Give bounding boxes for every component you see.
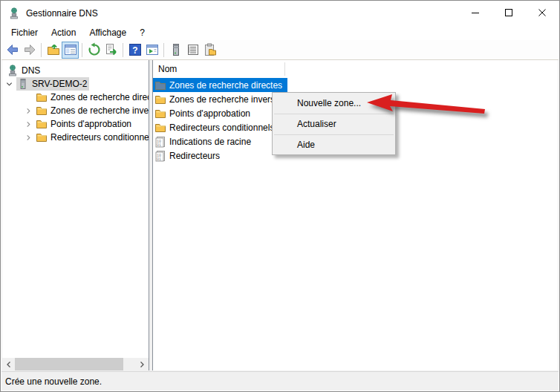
menu-fichier[interactable]: Fichier	[4, 26, 45, 39]
server-tool-button[interactable]	[167, 42, 184, 59]
console-tree-pane: DNS SRV-DEMO-2	[2, 60, 149, 370]
folder-selected-icon	[154, 79, 166, 91]
window-title: Gestionnaire DNS	[26, 8, 98, 19]
folder-icon	[154, 94, 166, 105]
context-menu-item-nouvelle-zone[interactable]: Nouvelle zone...	[273, 93, 395, 114]
tree-item-dns-root[interactable]: DNS	[2, 64, 149, 77]
folder-icon	[154, 108, 166, 120]
refresh-icon	[87, 42, 102, 57]
menu-affichage[interactable]: Affichage	[82, 26, 133, 39]
list-item-label: Indications de racine	[169, 137, 251, 147]
folder-icon	[36, 105, 48, 117]
status-bar: Crée une nouvelle zone.	[1, 371, 559, 391]
tree-item-conditional-forwarders[interactable]: Redirecteurs conditionnels	[2, 131, 149, 144]
up-level-button[interactable]	[45, 42, 62, 59]
list-item-label: Points d'approbation	[169, 108, 250, 119]
tree-item-forward-zones[interactable]: Zones de recherche directes	[2, 91, 149, 104]
column-divider[interactable]	[284, 62, 285, 76]
dns-manager-window: Gestionnaire DNS Fichier Action Affichag…	[0, 0, 560, 392]
help-button[interactable]: ?	[126, 42, 143, 59]
tree-selection-highlight: SRV-DEMO-2	[16, 77, 89, 91]
scroll-right-arrow[interactable]	[135, 358, 148, 370]
forward-icon	[22, 42, 37, 57]
list-item-label: Zones de recherche directes	[169, 80, 282, 91]
close-button[interactable]	[525, 1, 559, 24]
chevron-right-icon[interactable]	[25, 120, 33, 128]
title-bar: Gestionnaire DNS	[1, 1, 559, 24]
back-button[interactable]	[4, 42, 21, 59]
list-item-forward-zones[interactable]: Zones de recherche directes	[153, 78, 287, 92]
binary-data-icon: 10 01	[154, 150, 166, 162]
notes-icon	[186, 42, 201, 57]
tree-item-server[interactable]: SRV-DEMO-2	[2, 77, 149, 91]
console-window-icon	[145, 42, 160, 57]
console-window-button[interactable]	[143, 42, 160, 59]
binary-data-icon: 10 01	[154, 136, 166, 148]
list-item-label: Redirecteurs	[169, 151, 220, 161]
toolbar-separator	[163, 43, 164, 57]
tree-item-label: SRV-DEMO-2	[32, 79, 87, 89]
menu-bar: Fichier Action Affichage ?	[1, 24, 559, 40]
context-menu-item-aide[interactable]: Aide	[273, 135, 395, 154]
forward-button[interactable]	[21, 42, 38, 59]
dns-app-icon	[8, 7, 20, 19]
folder-icon	[36, 91, 48, 103]
menu-action[interactable]: Action	[45, 26, 82, 39]
status-text: Crée une nouvelle zone.	[5, 376, 102, 387]
tree-item-label: Zones de recherche directes	[51, 92, 149, 102]
window-controls	[458, 1, 559, 24]
maximize-icon	[504, 8, 513, 17]
tree-item-label: Redirecteurs conditionnels	[51, 132, 149, 143]
chevron-right-icon[interactable]	[25, 107, 33, 115]
folder-icon	[36, 118, 48, 130]
context-menu: Nouvelle zone... Actualiser Aide	[272, 92, 396, 155]
dns-root-icon	[7, 65, 19, 76]
folder-icon	[154, 122, 166, 134]
maximize-button[interactable]	[492, 1, 525, 24]
minimize-icon	[471, 8, 480, 17]
clipboard-button[interactable]	[201, 42, 218, 59]
export-list-icon	[104, 42, 119, 57]
svg-text:?: ?	[132, 45, 137, 56]
tree-item-label: Zones de recherche inversée	[51, 105, 149, 116]
back-icon	[5, 42, 20, 57]
close-icon	[538, 8, 547, 17]
server-icon	[169, 42, 183, 57]
minimize-button[interactable]	[458, 1, 492, 24]
refresh-button[interactable]	[85, 42, 102, 59]
toolbar: ?	[1, 40, 559, 60]
svg-text:01: 01	[157, 157, 161, 161]
help-icon: ?	[128, 42, 143, 57]
column-header-nom[interactable]: Nom	[153, 60, 558, 78]
tree-item-label: Points d'approbation	[51, 119, 131, 129]
toolbar-separator	[41, 43, 42, 57]
list-item-label: Zones de recherche inversée	[169, 94, 284, 105]
clipboard-icon	[203, 42, 218, 57]
scrollbar-thumb[interactable]	[15, 358, 123, 370]
horizontal-scrollbar[interactable]	[2, 358, 149, 370]
show-console-tree-button[interactable]	[62, 42, 79, 59]
context-menu-item-actualiser[interactable]: Actualiser	[273, 114, 395, 135]
tree-item-reverse-zones[interactable]: Zones de recherche inversée	[2, 104, 149, 117]
menu-help[interactable]: ?	[133, 26, 152, 39]
notes-button[interactable]	[184, 42, 201, 59]
up-level-icon	[46, 42, 61, 57]
scroll-left-arrow[interactable]	[2, 358, 15, 370]
toolbar-separator	[123, 43, 123, 57]
chevron-right-icon[interactable]	[25, 134, 33, 142]
tree-item-trust-points[interactable]: Points d'approbation	[2, 117, 149, 131]
list-item-label: Redirecteurs conditionnels	[169, 122, 274, 133]
folder-icon	[36, 131, 48, 143]
svg-text:01: 01	[157, 143, 161, 147]
toolbar-separator	[82, 43, 82, 57]
show-console-tree-icon	[63, 42, 78, 57]
export-list-button[interactable]	[102, 42, 120, 59]
tree-item-label: DNS	[22, 65, 40, 76]
server-icon	[17, 78, 29, 90]
chevron-down-icon[interactable]	[5, 80, 13, 88]
